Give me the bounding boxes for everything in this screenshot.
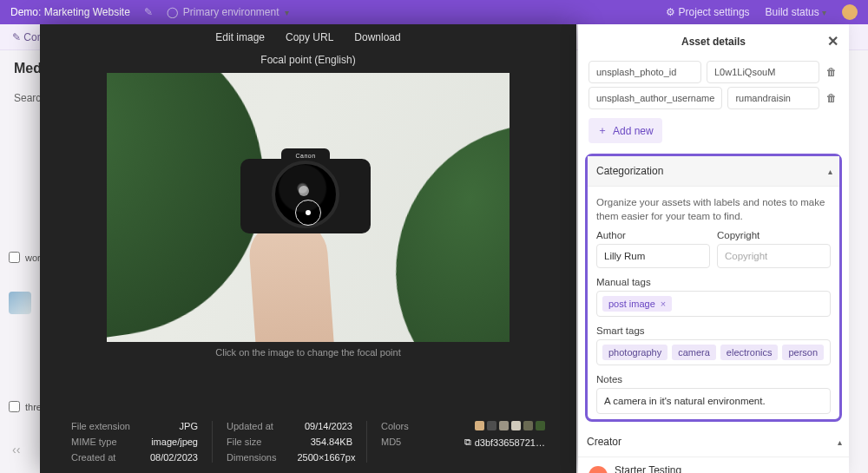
- avatar[interactable]: [842, 4, 858, 20]
- add-new-button[interactable]: ＋ Add new: [589, 118, 662, 143]
- project-name[interactable]: Demo: Marketing Website: [10, 6, 130, 18]
- custom-field-row: unsplash_author_username rumandraisin 🗑: [578, 85, 849, 111]
- smart-tag: electronics: [720, 345, 779, 360]
- smart-tag: person: [782, 345, 824, 360]
- thumb-checkbox-2[interactable]: [9, 401, 20, 412]
- asset-details-panel: Asset details ✕ unsplash_photo_id L0w1Li…: [578, 24, 849, 473]
- environment-label: Primary environment: [183, 6, 279, 18]
- project-settings-link[interactable]: ⚙ Project settings: [666, 6, 749, 18]
- categorization-desc: Organize your assets with labels and not…: [588, 187, 839, 230]
- remove-tag-icon[interactable]: ×: [661, 299, 666, 309]
- chevron-up-icon: [828, 167, 832, 176]
- chevron-down-icon: [285, 8, 289, 17]
- gear-icon: ⚙: [666, 6, 675, 18]
- plus-icon: ＋: [597, 123, 608, 138]
- categorization-header[interactable]: Categorization: [588, 156, 839, 187]
- notes-label: Notes: [588, 365, 839, 388]
- meta-val: 09/14/2023: [305, 421, 352, 431]
- meta-val: 354.84KB: [311, 437, 352, 447]
- meta-key: Colors: [381, 421, 409, 431]
- asset-image[interactable]: [107, 73, 510, 342]
- environment-selector[interactable]: ◯ Primary environment: [167, 6, 289, 18]
- manual-tags-input[interactable]: post image×: [596, 291, 831, 317]
- custom-field-value[interactable]: L0w1LiQsouM: [707, 61, 819, 83]
- asset-viewer: Edit image Copy URL Download Focal point…: [40, 24, 576, 473]
- meta-val: 2500×1667px: [297, 452, 355, 463]
- meta-key: Created at: [71, 452, 115, 463]
- close-icon[interactable]: ✕: [827, 33, 838, 49]
- categorization-title: Categorization: [596, 165, 663, 177]
- edit-icon[interactable]: ✎: [144, 6, 153, 18]
- focal-point-title: Focal point (English): [40, 54, 576, 66]
- meta-val: d3bf33658721…: [475, 437, 545, 448]
- creator-header[interactable]: Creator: [578, 427, 849, 457]
- color-swatch: [523, 421, 533, 430]
- focal-point-hint: Click on the image to change the focal p…: [40, 347, 576, 358]
- trash-icon[interactable]: 🗑: [825, 92, 838, 104]
- copy-icon: ⧉: [464, 437, 471, 448]
- custom-field-row: unsplash_photo_id L0w1LiQsouM 🗑: [578, 59, 849, 85]
- meta-key: File size: [227, 437, 261, 447]
- download-button[interactable]: Download: [354, 31, 400, 43]
- top-bar: Demo: Marketing Website ✎ ◯ Primary envi…: [0, 0, 868, 24]
- thumb-checkbox-1[interactable]: [9, 252, 20, 263]
- meta-key: MIME type: [71, 437, 117, 447]
- manual-tags-label: Manual tags: [588, 268, 839, 291]
- focal-point-marker[interactable]: [295, 200, 321, 226]
- creator-name: Starter Testing: [615, 464, 691, 473]
- meta-key: File extension: [71, 421, 130, 431]
- copyright-input[interactable]: Copyright: [717, 244, 831, 268]
- custom-field-key[interactable]: unsplash_photo_id: [589, 61, 701, 83]
- author-label: Author: [596, 230, 710, 240]
- project-settings-label: Project settings: [679, 6, 750, 18]
- custom-field-key[interactable]: unsplash_author_username: [589, 87, 722, 109]
- chevron-up-icon: [838, 437, 842, 447]
- meta-key: Dimensions: [227, 452, 276, 463]
- meta-key: Updated at: [227, 421, 273, 431]
- meta-val: image/jpeg: [151, 437, 198, 447]
- notes-input[interactable]: A camera in it's natural environment.: [596, 388, 831, 414]
- smart-tags-box: photographycameraelectronicsperson: [596, 339, 831, 365]
- leaf-decoration: [372, 101, 510, 342]
- creator-row: ST Starter Testing PROJECT OWNER: [578, 457, 849, 473]
- copy-md5[interactable]: ⧉ d3bf33658721…: [464, 437, 545, 448]
- manual-tag[interactable]: post image×: [602, 296, 672, 312]
- smart-tag: photography: [602, 345, 667, 360]
- color-swatch: [499, 421, 509, 430]
- smart-tag: camera: [672, 345, 716, 360]
- globe-icon: ◯: [167, 6, 178, 18]
- trash-icon[interactable]: 🗑: [825, 66, 838, 78]
- meta-val: 08/02/2023: [150, 452, 198, 463]
- thumb-1[interactable]: [9, 292, 31, 314]
- details-header: Asset details ✕: [578, 24, 849, 59]
- color-swatch: [536, 421, 545, 430]
- details-title: Asset details: [681, 36, 746, 48]
- color-swatch: [487, 421, 496, 430]
- creator-avatar: ST: [589, 466, 608, 473]
- categorization-section: Categorization Organize your assets with…: [585, 154, 842, 422]
- edit-image-button[interactable]: Edit image: [215, 31, 265, 43]
- viewer-toolbar: Edit image Copy URL Download: [40, 24, 576, 50]
- copy-url-button[interactable]: Copy URL: [286, 31, 333, 43]
- color-swatches: [475, 421, 545, 431]
- asset-meta: File extensionJPG MIME typeimage/jpeg Cr…: [40, 411, 576, 473]
- chevron-down-icon: [822, 8, 826, 17]
- top-bar-right: ⚙ Project settings Build status: [666, 4, 858, 20]
- color-swatch: [511, 421, 521, 430]
- add-new-label: Add new: [613, 125, 654, 137]
- smart-tags-label: Smart tags: [588, 317, 839, 339]
- creator-title: Creator: [587, 436, 621, 448]
- build-status-link[interactable]: Build status: [766, 6, 826, 18]
- build-status-label: Build status: [766, 6, 819, 18]
- color-swatch: [475, 421, 484, 430]
- hand-decoration: [247, 218, 336, 342]
- copyright-label: Copyright: [717, 230, 831, 240]
- edit-icon: ✎: [12, 31, 21, 43]
- custom-field-value[interactable]: rumandraisin: [727, 87, 819, 109]
- meta-val: JPG: [180, 421, 198, 431]
- author-input[interactable]: Lilly Rum: [596, 244, 710, 268]
- meta-key: MD5: [381, 437, 401, 448]
